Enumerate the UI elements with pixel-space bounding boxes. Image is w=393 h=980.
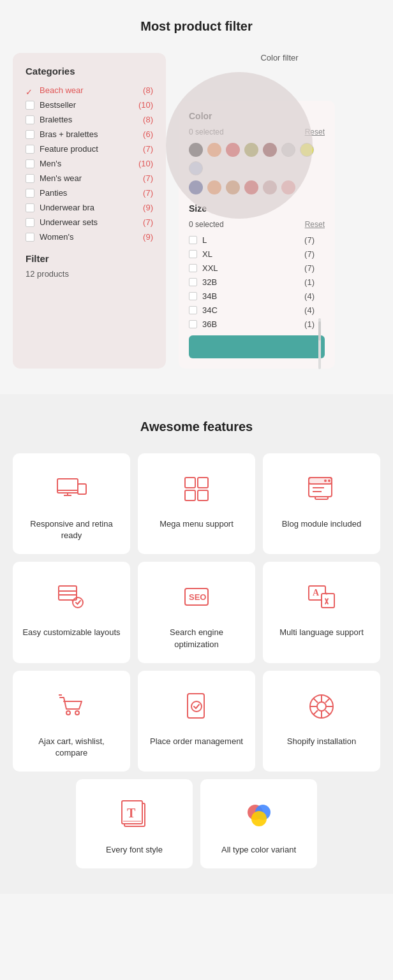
category-name: Feature product [40, 144, 98, 154]
category-name: Bralettes [40, 115, 72, 124]
svg-rect-15 [315, 497, 328, 499]
feature-card: Ajax cart, wishlist, compare [13, 671, 130, 772]
feature-label: Easy customizable layouts [22, 627, 120, 638]
category-checkbox[interactable] [26, 203, 34, 212]
color-filter-label: Color filter [179, 53, 380, 62]
category-checkbox[interactable] [26, 115, 34, 124]
category-checkbox-checked[interactable]: ✓ [26, 86, 34, 95]
shopify-icon [305, 690, 338, 726]
category-checkbox[interactable] [26, 233, 34, 242]
size-checkbox[interactable] [189, 320, 197, 328]
category-item[interactable]: Panties (7) [26, 188, 153, 198]
size-count: (4) [304, 305, 315, 315]
category-checkbox[interactable] [26, 130, 34, 139]
svg-line-39 [325, 710, 330, 715]
svg-line-38 [313, 698, 318, 703]
svg-line-40 [325, 698, 330, 703]
categories-list: ✓ Beach wear (8) Bestseller (10) Bralett… [26, 85, 153, 242]
category-checkbox[interactable] [26, 218, 34, 227]
svg-point-33 [317, 702, 326, 711]
category-item[interactable]: Feature product (7) [26, 144, 153, 154]
category-item[interactable]: Men's wear (7) [26, 173, 153, 183]
category-checkbox[interactable] [26, 101, 34, 110]
size-reset[interactable]: Reset [305, 220, 325, 229]
features-bottom: T Every font style All type color varian… [13, 779, 380, 868]
category-item[interactable]: ✓ Beach wear (8) [26, 85, 153, 95]
category-checkbox[interactable] [26, 145, 34, 154]
features-section-title: Awesome features [13, 420, 380, 434]
size-item[interactable]: 36B (1) [189, 319, 315, 329]
category-count: (8) [143, 115, 153, 124]
features-section: Awesome features Responsive and retina r… [0, 394, 393, 894]
category-name: Bras + bralettes [40, 129, 98, 139]
size-selected: 0 selected [189, 220, 224, 229]
category-checkbox[interactable] [26, 159, 34, 168]
size-section: Size 0 selected Reset L (7) XL (7) XXL (… [189, 203, 325, 329]
categories-card: Categories ✓ Beach wear (8) Bestseller (… [13, 53, 166, 369]
size-item[interactable]: XXL (7) [189, 263, 315, 273]
category-item[interactable]: Bestseller (10) [26, 100, 153, 110]
category-item[interactable]: Men's (10) [26, 159, 153, 168]
size-checkbox[interactable] [189, 306, 197, 314]
svg-text:A: A [313, 588, 320, 597]
category-item[interactable]: Underwear bra (9) [26, 203, 153, 212]
size-checkbox[interactable] [189, 250, 197, 258]
category-checkbox[interactable] [26, 189, 34, 198]
svg-point-28 [75, 711, 79, 715]
color-filter-wrapper: Color filter Color 0 selected Reset Size… [179, 53, 380, 369]
size-checkbox[interactable] [189, 236, 197, 244]
size-count: (7) [304, 263, 315, 273]
size-item[interactable]: L (7) [189, 235, 315, 245]
category-count: (7) [143, 144, 153, 154]
category-name: Underwear sets [40, 217, 98, 227]
size-checkbox[interactable] [189, 278, 197, 286]
size-name: XL [202, 249, 212, 259]
svg-rect-7 [185, 490, 195, 501]
size-item[interactable]: 34C (4) [189, 305, 315, 315]
feature-card: Shopify installation [263, 671, 380, 772]
feature-card-bottom: T Every font style [76, 779, 193, 868]
svg-rect-8 [198, 490, 208, 501]
category-count: (7) [143, 188, 153, 198]
color-popup-circle [166, 72, 313, 219]
feature-label: Search engine optimization [147, 627, 246, 650]
category-item[interactable]: Bras + bralettes (6) [26, 129, 153, 139]
category-checkbox[interactable] [26, 174, 34, 183]
teal-action-bar[interactable] [189, 335, 325, 358]
mega-menu-icon [180, 472, 213, 508]
size-name: 36B [202, 319, 217, 329]
size-count: (1) [304, 277, 315, 287]
size-item[interactable]: XL (7) [189, 249, 315, 259]
size-checkbox[interactable] [189, 264, 197, 272]
category-item[interactable]: Women's (9) [26, 232, 153, 242]
responsive-icon [55, 472, 88, 508]
size-name: XXL [202, 263, 218, 273]
size-name: L [202, 235, 207, 245]
svg-point-48 [251, 811, 267, 826]
customizable-icon [55, 581, 88, 617]
svg-rect-1 [78, 484, 86, 494]
feature-card-bottom: All type color variant [200, 779, 317, 868]
feature-card: Blog module included [263, 453, 380, 554]
category-name: Women's [40, 232, 74, 242]
feature-card: Mega menu support [138, 453, 255, 554]
font-icon: T [118, 798, 151, 834]
category-count: (7) [143, 173, 153, 183]
filter-section-title: Most product filter [13, 19, 380, 34]
categories-title: Categories [26, 66, 153, 77]
feature-label: Blog module included [282, 518, 361, 530]
category-item[interactable]: Bralettes (8) [26, 115, 153, 124]
filter-layout: Categories ✓ Beach wear (8) Bestseller (… [13, 53, 380, 369]
category-item[interactable]: Underwear sets (7) [26, 217, 153, 227]
size-checkbox[interactable] [189, 292, 197, 300]
size-item[interactable]: 34B (4) [189, 291, 315, 301]
size-item[interactable]: 32B (1) [189, 277, 315, 287]
size-filter-row: 0 selected Reset [189, 220, 325, 229]
size-count: (4) [304, 291, 315, 301]
svg-text:*: * [325, 592, 328, 599]
size-name: 34C [202, 305, 218, 315]
svg-point-12 [324, 479, 327, 482]
scrollbar[interactable] [318, 318, 321, 369]
category-name: Panties [40, 188, 67, 198]
svg-line-41 [313, 710, 318, 715]
